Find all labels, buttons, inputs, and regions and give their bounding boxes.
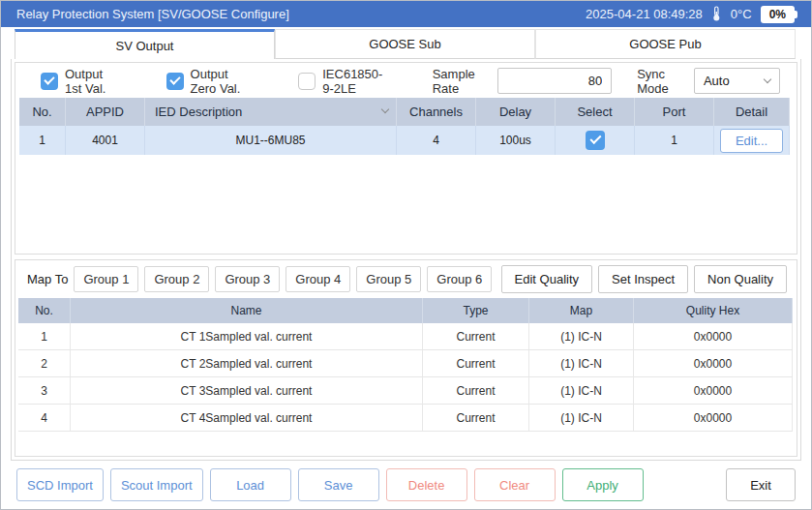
set-inspect-button[interactable]: Set Inspect — [598, 265, 688, 293]
sync-mode-value: Auto — [704, 74, 730, 88]
col-select: Select — [556, 98, 635, 126]
cell-no: 2 — [18, 350, 71, 377]
load-button[interactable]: Load — [210, 468, 291, 501]
cell-type: Current — [423, 350, 529, 377]
col-port: Port — [635, 98, 714, 126]
non-quality-button[interactable]: Non Quality — [694, 265, 787, 293]
table-row[interactable]: 2 CT 2Sampled val. current Current (1) I… — [18, 350, 793, 377]
thermometer-icon — [711, 6, 722, 22]
col-quality-hex: Qulity Hex — [634, 298, 793, 323]
output-zero-val-checkbox[interactable]: Output Zero Val. — [166, 67, 254, 96]
clear-button[interactable]: Clear — [474, 468, 556, 501]
save-button[interactable]: Save — [298, 468, 379, 501]
group-2-button[interactable]: Group 2 — [144, 266, 209, 292]
cell-name: CT 2Sampled val. current — [71, 350, 423, 377]
cell-type: Current — [423, 323, 529, 350]
sample-rate-label: Sample Rate — [433, 67, 487, 96]
cell-quality-hex: 0x0000 — [634, 323, 793, 350]
group-5-button[interactable]: Group 5 — [356, 266, 421, 292]
col-no: No. — [18, 298, 71, 323]
sv-config-box: Output 1st Val. Output Zero Val. IEC6185… — [15, 62, 797, 255]
edit-button[interactable]: Edit... — [720, 129, 783, 153]
channel-map-box: Map To Group 1 Group 2 Group 3 Group 4 G… — [15, 259, 797, 457]
channel-table-header: No. Name Type Map Qulity Hex — [18, 298, 793, 323]
datetime: 2025-04-21 08:49:28 — [586, 7, 703, 21]
output-1st-val-checkbox[interactable]: Output 1st Val. — [41, 67, 121, 96]
tab-goose-pub[interactable]: GOOSE Pub — [535, 29, 796, 59]
sv-output-table: No. APPID IED Description Channels Delay… — [19, 98, 790, 155]
table-row[interactable]: 4 CT 4Sampled val. current Current (1) I… — [18, 405, 793, 432]
col-map: Map — [529, 298, 634, 323]
exit-button[interactable]: Exit — [726, 468, 796, 501]
checkbox-label: IEC61850-9-2LE — [322, 67, 386, 96]
tab-label: SV Output — [116, 39, 174, 53]
window-title: Relay Protection System [SV/GOOSE Config… — [16, 7, 289, 21]
group-6-button[interactable]: Group 6 — [427, 266, 492, 292]
col-no: No. — [19, 98, 66, 126]
sv-output-pane: Output 1st Val. Output Zero Val. IEC6185… — [11, 59, 801, 461]
battery-indicator: 0% — [761, 6, 795, 23]
cell-name: CT 4Sampled val. current — [71, 405, 423, 432]
scd-import-button[interactable]: SCD Import — [16, 468, 104, 501]
footer-toolbar: SCD Import Scout Import Load Save Delete… — [1, 461, 811, 509]
cell-quality-hex: 0x0000 — [634, 405, 793, 432]
col-ied-description: IED Description — [145, 98, 397, 126]
cell-appid: 4001 — [66, 126, 145, 155]
row-select-checkbox[interactable] — [586, 131, 605, 150]
sample-rate-input[interactable] — [497, 68, 612, 94]
channel-table: No. Name Type Map Qulity Hex 1 CT 1Sampl… — [18, 298, 793, 432]
table-row[interactable]: 1 4001 MU1--6MU85 4 100us 1 Edit... — [19, 126, 790, 155]
cell-delay: 100us — [476, 126, 556, 155]
options-row: Output 1st Val. Output Zero Val. IEC6185… — [17, 64, 794, 98]
tab-label: GOOSE Sub — [369, 37, 440, 51]
chevron-down-icon — [764, 75, 771, 83]
cell-map: (1) IC-N — [529, 405, 634, 432]
col-name: Name — [71, 298, 423, 323]
checkbox-box — [298, 73, 316, 90]
cell-name: CT 3Sampled val. current — [71, 377, 423, 405]
cell-no: 4 — [18, 405, 71, 432]
cell-quality-hex: 0x0000 — [634, 377, 793, 405]
cell-type: Current — [423, 405, 529, 432]
edit-quality-button[interactable]: Edit Quality — [501, 265, 592, 293]
map-row: Map To Group 1 Group 2 Group 3 Group 4 G… — [17, 260, 794, 298]
app-window: Relay Protection System [SV/GOOSE Config… — [0, 0, 812, 510]
check-icon — [41, 73, 58, 90]
battery-level: 0% — [769, 8, 786, 21]
cell-detail: Edit... — [714, 126, 790, 155]
cell-quality-hex: 0x0000 — [634, 350, 793, 377]
group-1-button[interactable]: Group 1 — [74, 266, 138, 292]
group-4-button[interactable]: Group 4 — [286, 266, 350, 292]
checkbox-label: Output Zero Val. — [191, 67, 254, 96]
cell-ied-description: MU1--6MU85 — [145, 126, 397, 155]
apply-button[interactable]: Apply — [562, 468, 644, 501]
tab-sv-output[interactable]: SV Output — [15, 29, 275, 59]
tab-label: GOOSE Pub — [629, 37, 701, 51]
iec61850-9-2le-checkbox[interactable]: IEC61850-9-2LE — [298, 67, 386, 96]
col-detail: Detail — [714, 98, 790, 126]
checkbox-label: Output 1st Val. — [65, 67, 121, 96]
table-row[interactable]: 1 CT 1Sampled val. current Current (1) I… — [18, 323, 793, 350]
tab-bar: SV Output GOOSE Sub GOOSE Pub — [15, 29, 796, 59]
delete-button[interactable]: Delete — [386, 468, 467, 501]
col-label: IED Description — [155, 105, 242, 119]
scout-import-button[interactable]: Scout Import — [110, 468, 203, 501]
check-icon — [166, 73, 184, 90]
cell-map: (1) IC-N — [529, 350, 634, 377]
sync-mode-select[interactable]: Auto — [694, 68, 780, 94]
cell-map: (1) IC-N — [529, 377, 634, 405]
col-delay: Delay — [476, 98, 556, 126]
cell-no: 3 — [18, 377, 71, 405]
chevron-down-icon[interactable] — [381, 105, 389, 113]
cell-name: CT 1Sampled val. current — [71, 323, 423, 350]
cell-select — [556, 126, 635, 155]
tab-goose-sub[interactable]: GOOSE Sub — [275, 29, 535, 59]
group-3-button[interactable]: Group 3 — [215, 266, 280, 292]
cell-channels: 4 — [397, 126, 476, 155]
cell-type: Current — [423, 377, 529, 405]
cell-port: 1 — [635, 126, 714, 155]
col-channels: Channels — [397, 98, 476, 126]
cell-map: (1) IC-N — [529, 323, 634, 350]
col-appid: APPID — [66, 98, 145, 126]
table-row[interactable]: 3 CT 3Sampled val. current Current (1) I… — [18, 377, 793, 405]
